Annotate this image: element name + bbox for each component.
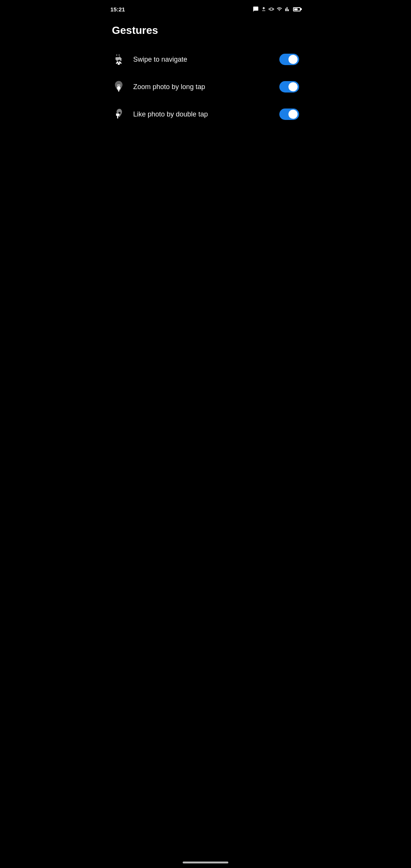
like-double-tap-toggle[interactable] xyxy=(279,108,299,120)
like-double-tap-label: Like photo by double tap xyxy=(133,110,272,118)
status-bar: 15:21 xyxy=(103,0,308,17)
svg-rect-2 xyxy=(118,86,118,88)
page-title: Gestures xyxy=(103,17,308,46)
swipe-navigate-toggle[interactable] xyxy=(279,54,299,65)
home-indicator xyxy=(183,862,228,863)
swipe-icon: swipe xyxy=(112,53,126,66)
long-tap-icon xyxy=(112,80,126,94)
like-double-tap-item[interactable]: Like photo by double tap xyxy=(106,101,305,128)
vibrate-icon xyxy=(269,6,274,12)
swipe-navigate-label: Swipe to navigate xyxy=(133,56,272,64)
double-tap-icon xyxy=(112,107,126,121)
svg-rect-3 xyxy=(119,86,119,88)
zoom-long-tap-label: Zoom photo by long tap xyxy=(133,83,272,91)
signal-icon xyxy=(285,6,291,12)
zoom-long-tap-item[interactable]: Zoom photo by long tap xyxy=(106,73,305,101)
settings-list: swipe Swipe to navigate Zoom photo by lo… xyxy=(103,46,308,128)
message-icon xyxy=(253,6,259,12)
download-icon xyxy=(261,6,266,12)
battery-icon xyxy=(293,7,301,11)
zoom-long-tap-toggle[interactable] xyxy=(279,81,299,93)
status-time: 15:21 xyxy=(110,6,125,13)
status-icons xyxy=(253,6,301,12)
wifi-icon xyxy=(276,6,282,12)
swipe-navigate-item[interactable]: swipe Swipe to navigate xyxy=(106,46,305,73)
